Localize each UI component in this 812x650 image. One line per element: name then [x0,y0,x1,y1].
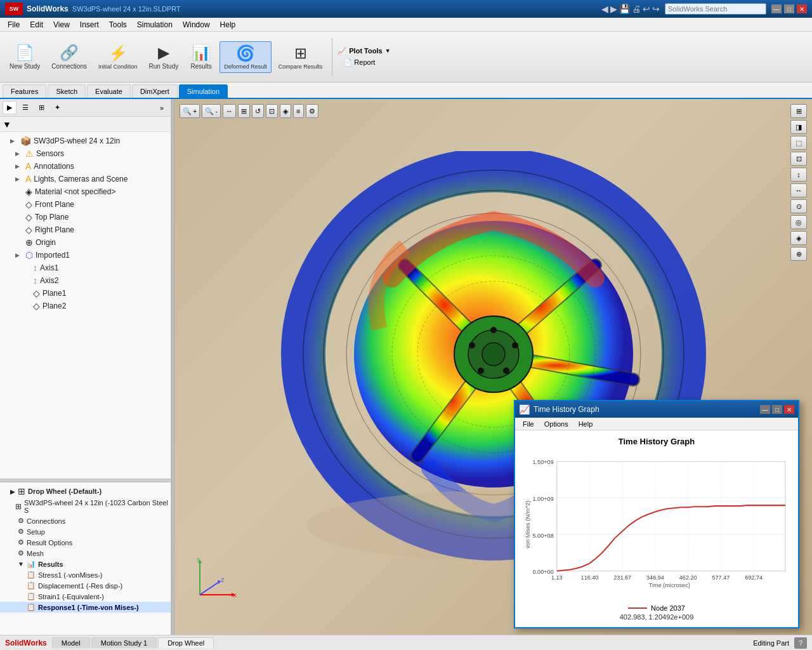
undo-icon[interactable]: ↩ [643,4,650,14]
tree-root-label: SW3dPS-wheel 24 x 12in [34,136,120,145]
new-study-button[interactable]: 📄 New Study [5,41,44,73]
tree-imported1[interactable]: ▶ ⬡ Imported1 [0,249,171,262]
view-btn-5[interactable]: ↕ [790,168,807,182]
view-btn-9[interactable]: ◈ [790,231,807,245]
view-btn-4[interactable]: ⊡ [790,152,807,166]
bottom-study-root[interactable]: ▶ ⊞ Drop Wheel (-Default-) [0,485,171,498]
tree-plane1[interactable]: ▶ ◇ Plane1 [0,287,171,300]
close-button[interactable]: ✕ [797,4,807,13]
display-button[interactable]: ≡ [293,104,303,118]
maximize-button[interactable]: □ [784,4,794,13]
menu-edit[interactable]: Edit [25,19,48,30]
view-btn-6[interactable]: ↔ [790,183,807,197]
bottom-wheel-item[interactable]: ⊞ SW3dPS-wheel 24 x 12in (-1023 Carbon S… [0,498,171,515]
fm-tab-config[interactable]: ⊞ [34,101,49,114]
tree-top-plane[interactable]: ▶ ◇ Top Plane [0,211,171,223]
menu-window[interactable]: Window [178,19,215,30]
view-btn-1[interactable]: ⊞ [790,104,807,118]
tree-plane2[interactable]: ▶ ◇ Plane2 [0,300,171,312]
bottom-results-folder[interactable]: ▼ 📊 Results [0,559,171,569]
tree-root-expand[interactable]: ▶ [10,138,18,144]
th-close[interactable]: ✕ [784,405,794,414]
view-btn-7[interactable]: ⊙ [790,199,807,213]
tree-sensors-expand[interactable]: ▶ [15,150,23,157]
tree-imported-expand[interactable]: ▶ [15,252,23,258]
fm-tab-props[interactable]: ☰ [18,101,33,114]
tree-material[interactable]: ▶ ◈ Material <not specified> [0,185,171,198]
zoom-in-button[interactable]: 🔍+ [180,104,200,118]
viewport[interactable]: X Y Z 🔍+ 🔍- ↔ ⊞ ↺ ⊡ ◈ ≡ ⚙ [174,99,812,635]
fm-tab-tree[interactable]: ▶ [3,101,16,114]
help-button[interactable]: ? [794,637,807,649]
th-menu-options[interactable]: Options [539,420,573,428]
results-expand[interactable]: ▼ [18,560,24,567]
zoom-out-button[interactable]: 🔍- [202,104,221,118]
connections-button[interactable]: 🔗 Connections [47,41,91,73]
compare-results-button[interactable]: ⊞ Compare Results [274,41,327,73]
tab-motion-study[interactable]: Motion Study 1 [91,637,157,648]
bottom-result-options[interactable]: ⚙ Result Options [0,537,171,548]
tab-sketch[interactable]: Sketch [48,84,86,98]
deformed-result-button[interactable]: 🌀 Deformed Result [219,41,272,73]
view-btn-10[interactable]: ⊕ [790,247,807,261]
bottom-mesh[interactable]: ⚙ Mesh [0,548,171,559]
tree-lights-expand[interactable]: ▶ [15,176,23,182]
bottom-strain1[interactable]: 📋 Strain1 (-Equivalent-) [0,591,171,602]
menu-tools[interactable]: Tools [104,19,132,30]
th-menu-help[interactable]: Help [573,420,598,428]
fit-button[interactable]: ⊞ [238,104,250,118]
rotate-button[interactable]: ↺ [252,104,264,118]
settings-button[interactable]: ⚙ [306,104,318,118]
bottom-response1[interactable]: 📋 Response1 (-Time-von Mises-) [0,602,171,613]
fm-tab-expand[interactable]: » [155,102,168,114]
pan-button[interactable]: ↔ [223,104,236,118]
tree-lights-cameras[interactable]: ▶ A Lights, Cameras and Scene [0,173,171,185]
tab-model[interactable]: Model [52,637,90,648]
tab-simulation[interactable]: Simulation [179,84,228,98]
tree-sensors[interactable]: ▶ ⚠ Sensors [0,147,171,160]
bottom-setup[interactable]: ⚙ Setup [0,526,171,537]
view-btn-3[interactable]: ⬚ [790,136,807,150]
tab-evaluate[interactable]: Evaluate [87,84,131,98]
tree-root[interactable]: ▶ 📦 SW3dPS-wheel 24 x 12in [0,135,171,147]
menu-help[interactable]: Help [215,19,241,30]
th-maximize[interactable]: □ [772,405,782,414]
run-study-button[interactable]: ▶ Run Study [145,41,183,73]
initial-condition-button[interactable]: ⚡ Initial Condition [94,41,142,73]
tree-origin[interactable]: ▶ ⊕ Origin [0,236,171,249]
section-button[interactable]: ◈ [280,104,291,118]
stress1-icon: 📋 [27,571,36,579]
bottom-connections[interactable]: ⚙ Connections [0,515,171,526]
tree-right-plane[interactable]: ▶ ◇ Right Plane [0,223,171,236]
minimize-button[interactable]: — [771,4,782,13]
menu-insert[interactable]: Insert [75,19,104,30]
menu-view[interactable]: View [48,19,75,30]
tree-axis2[interactable]: ▶ ↕ Axis2 [0,274,171,287]
tree-front-plane[interactable]: ▶ ◇ Front Plane [0,198,171,211]
results-button[interactable]: 📊 Results [185,41,217,73]
menu-file[interactable]: File [3,19,25,30]
plot-tools-dropdown-icon[interactable]: ▼ [385,48,391,54]
view-btn-2[interactable]: ◨ [790,120,807,134]
bottom-stress1[interactable]: 📋 Stress1 (-vonMises-) [0,569,171,580]
fm-tab-extra[interactable]: ✦ [50,101,65,114]
bottom-displacement1[interactable]: 📋 Displacement1 (-Res disp-) [0,580,171,591]
toolbar-icon-2[interactable]: ▶ [610,4,617,14]
redo-icon[interactable]: ↪ [652,4,660,14]
search-input[interactable] [665,3,766,15]
tree-annotations[interactable]: ▶ A Annotations [0,160,171,173]
save-icon[interactable]: 💾 [619,4,630,14]
tab-drop-wheel[interactable]: Drop Wheel [158,637,214,648]
view-btn-8[interactable]: ◎ [790,215,807,229]
toolbar-icon-1[interactable]: ◀ [601,4,608,14]
tree-annotations-expand[interactable]: ▶ [15,163,23,169]
tab-dimxpert[interactable]: DimXpert [132,84,178,98]
th-minimize[interactable]: — [760,405,770,414]
menu-simulation[interactable]: Simulation [132,19,178,30]
report-button[interactable]: 📄 Report [337,56,381,69]
tab-features[interactable]: Features [3,84,46,98]
tree-axis1[interactable]: ▶ ↕ Axis1 [0,262,171,274]
th-menu-file[interactable]: File [518,420,539,428]
view-orient-button[interactable]: ⊡ [266,104,278,118]
print-icon[interactable]: 🖨 [632,4,641,14]
